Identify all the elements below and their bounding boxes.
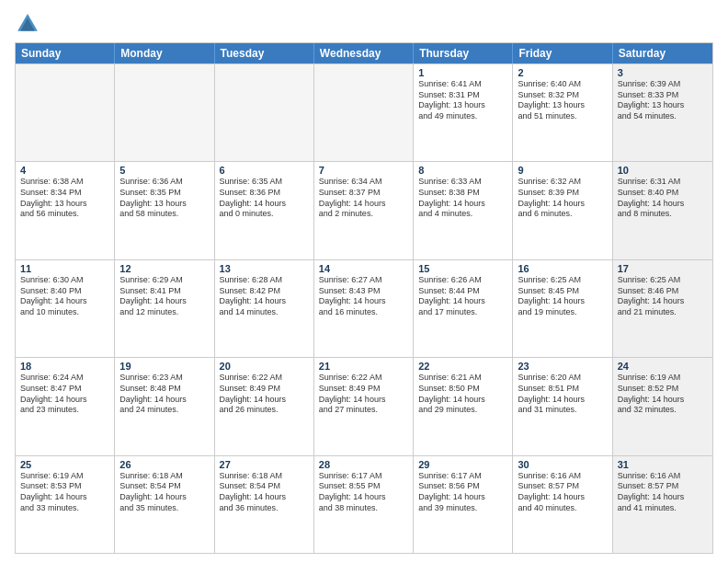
day-number: 5	[119, 165, 209, 176]
cell-line: Sunset: 8:57 PM	[618, 481, 708, 492]
cell-line: Sunset: 8:50 PM	[418, 384, 507, 395]
day-number: 1	[418, 67, 507, 78]
day-number: 10	[618, 165, 708, 176]
cal-header-day: Wednesday	[314, 43, 414, 63]
cell-line: Sunrise: 6:35 AM	[220, 177, 309, 188]
cell-line: and 0 minutes.	[220, 209, 309, 220]
cell-line: Sunset: 8:52 PM	[618, 384, 708, 395]
cell-line: and 39 minutes.	[418, 503, 507, 514]
cal-cell: 8Sunrise: 6:33 AMSunset: 8:38 PMDaylight…	[414, 162, 513, 259]
cal-cell: 29Sunrise: 6:17 AMSunset: 8:56 PMDayligh…	[414, 456, 513, 553]
cal-cell: 25Sunrise: 6:19 AMSunset: 8:53 PMDayligh…	[16, 456, 115, 553]
cell-line: Daylight: 14 hours	[518, 199, 607, 210]
cell-line: Sunrise: 6:36 AM	[119, 177, 209, 188]
cal-cell: 24Sunrise: 6:19 AMSunset: 8:52 PMDayligh…	[613, 358, 712, 454]
cal-header-day: Sunday	[16, 43, 115, 63]
logo-icon	[15, 11, 40, 37]
cell-line: Daylight: 14 hours	[319, 395, 408, 406]
cell-line: Daylight: 14 hours	[20, 492, 109, 503]
cell-line: and 40 minutes.	[518, 503, 607, 514]
cal-cell: 31Sunrise: 6:16 AMSunset: 8:57 PMDayligh…	[613, 456, 712, 553]
cal-cell: 15Sunrise: 6:26 AMSunset: 8:44 PMDayligh…	[414, 260, 513, 357]
day-number: 17	[618, 263, 708, 274]
cell-line: Daylight: 14 hours	[618, 395, 708, 406]
cal-cell: 14Sunrise: 6:27 AMSunset: 8:43 PMDayligh…	[314, 260, 414, 357]
cell-line: and 31 minutes.	[518, 405, 607, 416]
cell-line: and 6 minutes.	[518, 209, 607, 220]
cell-line: Daylight: 14 hours	[418, 492, 507, 503]
cell-line: Daylight: 14 hours	[20, 395, 109, 406]
cell-line: Sunrise: 6:27 AM	[319, 275, 408, 286]
cal-cell	[314, 64, 414, 161]
cell-line: Sunrise: 6:18 AM	[119, 471, 209, 482]
cell-line: Daylight: 13 hours	[418, 100, 507, 111]
cell-line: and 58 minutes.	[119, 209, 209, 220]
cell-line: Sunrise: 6:20 AM	[518, 373, 607, 384]
cell-line: and 12 minutes.	[119, 307, 209, 318]
day-number: 21	[319, 361, 408, 372]
cell-line: Sunrise: 6:28 AM	[220, 275, 309, 286]
cal-header-day: Saturday	[613, 43, 712, 63]
cell-line: Sunset: 8:43 PM	[319, 286, 408, 297]
cell-line: Sunset: 8:40 PM	[618, 188, 708, 199]
cell-line: and 29 minutes.	[418, 405, 507, 416]
cell-line: and 36 minutes.	[220, 503, 309, 514]
cell-line: and 19 minutes.	[518, 307, 607, 318]
cell-line: Sunrise: 6:22 AM	[319, 373, 408, 384]
cell-line: and 56 minutes.	[20, 209, 109, 220]
day-number: 12	[119, 263, 209, 274]
cell-line: Sunset: 8:55 PM	[319, 481, 408, 492]
cell-line: Daylight: 13 hours	[20, 199, 109, 210]
cal-cell: 7Sunrise: 6:34 AMSunset: 8:37 PMDaylight…	[314, 162, 414, 259]
cell-line: and 17 minutes.	[418, 307, 507, 318]
cal-cell: 28Sunrise: 6:17 AMSunset: 8:55 PMDayligh…	[314, 456, 414, 553]
cal-row: 25Sunrise: 6:19 AMSunset: 8:53 PMDayligh…	[16, 455, 712, 553]
cal-row: 18Sunrise: 6:24 AMSunset: 8:47 PMDayligh…	[16, 357, 712, 454]
cell-line: and 33 minutes.	[20, 503, 109, 514]
day-number: 18	[20, 361, 109, 372]
cell-line: Daylight: 14 hours	[418, 296, 507, 307]
cell-line: Daylight: 13 hours	[618, 100, 708, 111]
day-number: 11	[20, 263, 109, 274]
cell-line: Daylight: 13 hours	[119, 199, 209, 210]
day-number: 3	[618, 67, 708, 78]
cal-cell: 12Sunrise: 6:29 AMSunset: 8:41 PMDayligh…	[115, 260, 214, 357]
cell-line: Sunrise: 6:25 AM	[618, 275, 708, 286]
cell-line: Sunset: 8:44 PM	[418, 286, 507, 297]
cal-cell	[115, 64, 214, 161]
cell-line: Sunset: 8:34 PM	[20, 188, 109, 199]
cell-line: Sunset: 8:33 PM	[618, 90, 708, 101]
cell-line: Sunset: 8:49 PM	[319, 384, 408, 395]
cell-line: Sunset: 8:46 PM	[618, 286, 708, 297]
page: SundayMondayTuesdayWednesdayThursdayFrid…	[0, 0, 728, 563]
cal-cell: 17Sunrise: 6:25 AMSunset: 8:46 PMDayligh…	[613, 260, 712, 357]
cell-line: Sunset: 8:38 PM	[418, 188, 507, 199]
cell-line: and 51 minutes.	[518, 111, 607, 122]
cell-line: Daylight: 14 hours	[618, 296, 708, 307]
cell-line: Sunset: 8:48 PM	[119, 384, 209, 395]
cell-line: Sunrise: 6:24 AM	[20, 373, 109, 384]
cell-line: Daylight: 14 hours	[220, 296, 309, 307]
cal-cell: 4Sunrise: 6:38 AMSunset: 8:34 PMDaylight…	[16, 162, 115, 259]
cell-line: Sunset: 8:41 PM	[119, 286, 209, 297]
cell-line: Sunrise: 6:34 AM	[319, 177, 408, 188]
day-number: 29	[418, 459, 507, 470]
day-number: 30	[518, 459, 607, 470]
cal-row: 1Sunrise: 6:41 AMSunset: 8:31 PMDaylight…	[16, 63, 712, 161]
day-number: 20	[220, 361, 309, 372]
cell-line: and 32 minutes.	[618, 405, 708, 416]
cell-line: Daylight: 14 hours	[119, 296, 209, 307]
day-number: 26	[119, 459, 209, 470]
cell-line: Sunrise: 6:22 AM	[220, 373, 309, 384]
cell-line: Daylight: 14 hours	[518, 395, 607, 406]
cell-line: Sunset: 8:47 PM	[20, 384, 109, 395]
cell-line: Sunset: 8:54 PM	[119, 481, 209, 492]
cell-line: Sunset: 8:51 PM	[518, 384, 607, 395]
cell-line: Sunset: 8:35 PM	[119, 188, 209, 199]
cell-line: Daylight: 14 hours	[618, 492, 708, 503]
cell-line: Daylight: 14 hours	[119, 492, 209, 503]
day-number: 23	[518, 361, 607, 372]
cell-line: and 23 minutes.	[20, 405, 109, 416]
cell-line: Daylight: 14 hours	[518, 492, 607, 503]
day-number: 7	[319, 165, 408, 176]
